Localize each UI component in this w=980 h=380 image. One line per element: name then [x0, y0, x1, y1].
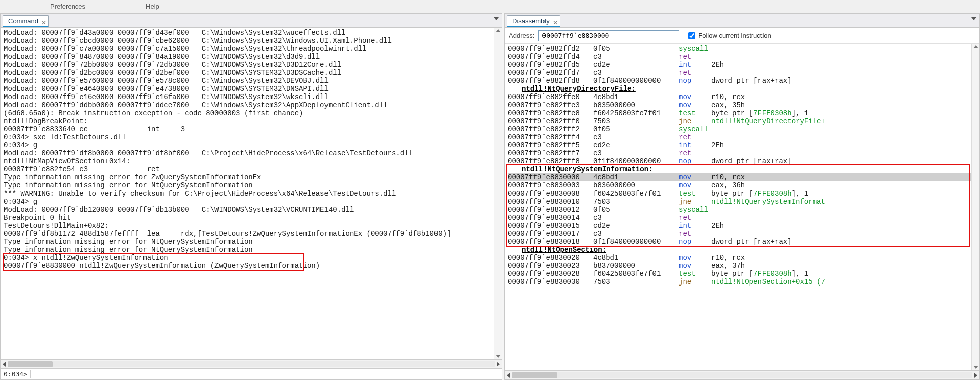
disassembly-listing[interactable]: 00007ff9`e882ffd20f05syscall00007ff9`e88…: [505, 44, 979, 370]
command-panel: Command ✕ ModLoad: 00007ff9`d43a0000 000…: [0, 13, 502, 380]
disassembly-row[interactable]: 00007ff9`e8830008f604250803fe7f01testbyt…: [508, 189, 977, 198]
disassembly-row[interactable]: 00007ff9`e882ffd4c3ret: [508, 53, 977, 61]
dis-bytes: c3: [593, 149, 679, 157]
panel-menu-dropdown-icon[interactable]: [494, 17, 499, 20]
disassembly-row[interactable]: 00007ff9`e882fff20f05syscall: [508, 125, 977, 133]
dis-bytes: 0f1f840000000000: [593, 157, 679, 165]
dis-operands: eax, 37h: [711, 262, 977, 270]
command-output-line: 0:034> sxe ld:TestDetours.dll: [4, 133, 499, 141]
dis-mnemonic: syscall: [679, 206, 711, 214]
command-input[interactable]: [31, 370, 502, 378]
dis-mnemonic: test: [679, 109, 711, 117]
command-output-line: ModLoad: 00007ff9`e16e0000 00007ff9`e16f…: [4, 93, 499, 101]
dis-mnemonic: mov: [679, 173, 711, 181]
disassembly-row[interactable]: 00007ff9`e88300307503jnentdll!NtOpenSect…: [508, 278, 977, 286]
dis-bytes: c3: [593, 214, 679, 222]
disassembly-row[interactable]: 00007ff9`e882fff80f1f840000000000nopdwor…: [508, 157, 977, 165]
dis-bytes: b835000000: [593, 101, 679, 109]
dis-bytes: cd2e: [593, 141, 679, 149]
dis-operands: [711, 149, 977, 157]
scroll-down-icon[interactable]: [973, 366, 978, 369]
scroll-track[interactable]: [8, 361, 495, 367]
scroll-right-icon[interactable]: [974, 373, 977, 378]
dis-bytes: 0f05: [593, 206, 679, 214]
dis-operands: [711, 214, 977, 222]
scroll-track[interactable]: [512, 372, 972, 378]
disassembly-row[interactable]: 00007ff9`e8830028f604250803fe7f01testbyt…: [508, 270, 977, 278]
disassembly-row[interactable]: 00007ff9`e882fff7c3ret: [508, 149, 977, 157]
dis-mnemonic: nop: [679, 238, 711, 246]
scroll-thumb[interactable]: [8, 361, 53, 367]
command-panel-header: Command ✕: [1, 14, 502, 28]
dis-operands: eax, 36h: [711, 181, 977, 189]
dis-operands: r10, rcx: [711, 93, 977, 101]
disassembly-row[interactable]: 00007ff9`e8830003b836000000moveax, 36h: [508, 181, 977, 189]
dis-addr: 00007ff9`e882ffd5: [508, 61, 593, 69]
scroll-thumb[interactable]: [512, 372, 557, 378]
disassembly-row[interactable]: 00007ff9`e882ffd20f05syscall: [508, 45, 977, 53]
menu-help[interactable]: Help: [136, 0, 169, 13]
follow-instruction-checkbox[interactable]: Follow current instruction: [688, 32, 771, 39]
disassembly-row[interactable]: 00007ff9`e882ffe3b835000000moveax, 35h: [508, 101, 977, 109]
disassembly-hscrollbar[interactable]: [505, 370, 979, 379]
dis-operands: [711, 206, 977, 214]
scroll-left-icon[interactable]: [3, 362, 6, 367]
close-icon[interactable]: ✕: [41, 17, 46, 28]
command-output-line: 0:034> x ntdll!ZwQuerySystemInformation: [4, 254, 499, 262]
dis-mnemonic: int: [679, 61, 711, 69]
disassembly-row[interactable]: 00007ff9`e882ffd7c3ret: [508, 69, 977, 77]
address-label: Address:: [509, 32, 534, 39]
disassembly-row[interactable]: 00007ff9`e882fff07503jnentdll!NtQueryDir…: [508, 117, 977, 125]
command-output[interactable]: ModLoad: 00007ff9`d43a0000 00007ff9`d43e…: [1, 28, 502, 359]
disassembly-tab[interactable]: Disassembly ✕: [507, 15, 560, 27]
disassembly-row[interactable]: 00007ff9`e88300004c8bd1movr10, rcx: [508, 173, 977, 181]
dis-bytes: f604250803fe7f01: [593, 270, 679, 278]
command-output-line: ModLoad: 00007ff9`df8b0000 00007ff9`df8b…: [4, 149, 499, 157]
disassembly-row[interactable]: 00007ff9`e882ffe04c8bd1movr10, rcx: [508, 93, 977, 101]
disassembly-row[interactable]: 00007ff9`e882fff5cd2eint2Eh: [508, 141, 977, 149]
disassembly-row[interactable]: 00007ff9`e882ffd80f1f840000000000nopdwor…: [508, 77, 977, 85]
follow-checkbox-input[interactable]: [688, 32, 695, 39]
command-tab-label: Command: [8, 17, 38, 25]
scroll-down-icon[interactable]: [496, 355, 501, 358]
disassembly-row[interactable]: 00007ff9`e88300107503jnentdll!NtQuerySys…: [508, 198, 977, 206]
disassembly-row[interactable]: 00007ff9`e88300120f05syscall: [508, 206, 977, 214]
disassembly-row[interactable]: 00007ff9`e88300180f1f840000000000nopdwor…: [508, 238, 977, 246]
dis-operands: byte ptr [7FFE0308h], 1: [711, 109, 977, 117]
address-input[interactable]: [538, 30, 679, 41]
prompt-label: 0:034>: [1, 370, 31, 378]
dis-bytes: c3: [593, 53, 679, 61]
command-tab[interactable]: Command ✕: [3, 15, 49, 27]
scroll-up-icon[interactable]: [973, 45, 978, 48]
disassembly-vscrollbar[interactable]: [971, 44, 979, 370]
scroll-left-icon[interactable]: [507, 373, 510, 378]
disassembly-row[interactable]: 00007ff9`e882ffe8f604250803fe7f01testbyt…: [508, 109, 977, 117]
command-vscrollbar[interactable]: [494, 28, 502, 359]
dis-operands: 2Eh: [711, 222, 977, 230]
disassembly-panel: Disassembly ✕ Address: Follow current in…: [504, 13, 980, 380]
dis-operands: dword ptr [rax+rax]: [711, 238, 977, 246]
dis-operands: [711, 125, 977, 133]
dis-mnemonic: nop: [679, 157, 711, 165]
disassembly-row[interactable]: 00007ff9`e88300204c8bd1movr10, rcx: [508, 254, 977, 262]
dis-mnemonic: syscall: [679, 125, 711, 133]
panel-menu-dropdown-icon[interactable]: [971, 17, 976, 20]
menu-preferences[interactable]: Preferences: [40, 0, 95, 13]
command-hscrollbar[interactable]: [1, 359, 502, 368]
command-output-line: ntdll!DbgBreakPoint:: [4, 117, 499, 125]
disassembly-row[interactable]: 00007ff9`e8830023b837000000moveax, 37h: [508, 262, 977, 270]
close-icon[interactable]: ✕: [553, 17, 558, 28]
disassembly-row[interactable]: 00007ff9`e882ffd5cd2eint2Eh: [508, 61, 977, 69]
disassembly-row[interactable]: 00007ff9`e8830014c3ret: [508, 214, 977, 222]
dis-bytes: f604250803fe7f01: [593, 189, 679, 198]
disassembly-row[interactable]: 00007ff9`e8830015cd2eint2Eh: [508, 222, 977, 230]
dis-mnemonic: ret: [679, 230, 711, 238]
disassembly-row[interactable]: 00007ff9`e8830017c3ret: [508, 230, 977, 238]
scroll-right-icon[interactable]: [497, 362, 500, 367]
scroll-up-icon[interactable]: [496, 29, 501, 32]
disassembly-row[interactable]: 00007ff9`e882fff4c3ret: [508, 133, 977, 141]
command-output-line: TestDetours!DllMain+0x82:: [4, 222, 499, 230]
dis-bytes: 7503: [593, 117, 679, 125]
dis-bytes: 0f1f840000000000: [593, 77, 679, 85]
follow-checkbox-label: Follow current instruction: [698, 32, 771, 39]
